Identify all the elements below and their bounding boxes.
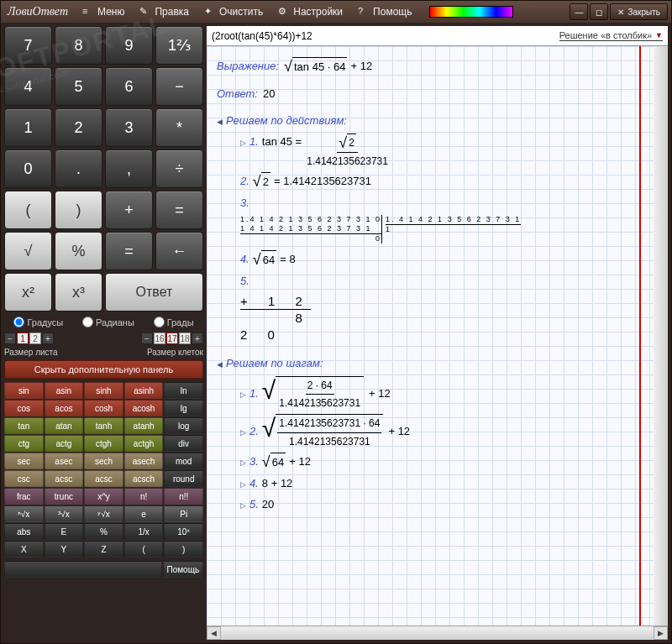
func-x^y[interactable]: x^y bbox=[84, 488, 123, 505]
angle-rad[interactable]: Радианы bbox=[82, 317, 134, 327]
sheet-minus[interactable]: − bbox=[4, 332, 16, 344]
angle-deg[interactable]: Градусы bbox=[13, 317, 63, 327]
scroll-right[interactable]: ▶ bbox=[654, 626, 668, 640]
solution-style-dropdown[interactable]: Решение «в столбик» bbox=[559, 30, 663, 41]
sheet-val-1[interactable]: 1 bbox=[17, 332, 29, 344]
func-actgh[interactable]: actgh bbox=[124, 435, 164, 452]
key-backspace[interactable]: ← bbox=[155, 232, 203, 270]
func-n![interactable]: n! bbox=[124, 488, 164, 505]
collapse-icon[interactable]: ◀ bbox=[217, 116, 223, 128]
func-X[interactable]: X bbox=[4, 541, 44, 558]
func-round[interactable]: round bbox=[164, 470, 203, 487]
func-10ˣ[interactable]: 10ˣ bbox=[164, 523, 203, 540]
key-6[interactable]: 6 bbox=[105, 67, 153, 106]
angle-grad[interactable]: Грады bbox=[154, 317, 194, 327]
scrollbar-horizontal[interactable]: ◀ ▶ bbox=[207, 626, 668, 640]
close-button[interactable]: ✕ Закрыть bbox=[610, 3, 668, 20]
key-7[interactable]: 7 bbox=[4, 26, 52, 65]
func-1/x[interactable]: 1/x bbox=[124, 523, 164, 540]
func-ⁿ√x[interactable]: ⁿ√x bbox=[4, 505, 44, 522]
formula-input[interactable]: (2root(tan(45)*64))+12 bbox=[212, 30, 312, 42]
key-1[interactable]: 1 bbox=[4, 108, 52, 147]
key-comma[interactable]: , bbox=[105, 149, 153, 188]
collapse-icon-2[interactable]: ◀ bbox=[217, 359, 223, 371]
edit-button[interactable]: ✎Правка bbox=[133, 4, 196, 19]
func-lg[interactable]: lg bbox=[164, 400, 203, 416]
func-ʸ√x[interactable]: ʸ√x bbox=[84, 505, 123, 522]
help-button[interactable]: ?Помощь bbox=[351, 4, 418, 19]
func-acsc[interactable]: acsc bbox=[84, 470, 123, 487]
func-)[interactable]: ) bbox=[164, 541, 203, 558]
key-answer[interactable]: Ответ bbox=[105, 273, 203, 312]
func-atan[interactable]: atan bbox=[45, 417, 84, 434]
func-e[interactable]: e bbox=[124, 505, 164, 522]
func-n!![interactable]: n!! bbox=[164, 488, 203, 505]
cell-minus[interactable]: − bbox=[141, 332, 153, 344]
key-9[interactable]: 9 bbox=[105, 26, 153, 65]
func-sec[interactable]: sec bbox=[4, 453, 44, 469]
func-acsch[interactable]: acsch bbox=[124, 470, 164, 487]
key-8[interactable]: 8 bbox=[55, 26, 102, 65]
key-percent[interactable]: % bbox=[55, 232, 102, 270]
func-cos[interactable]: cos bbox=[4, 400, 44, 416]
func-ctgh[interactable]: ctgh bbox=[84, 435, 123, 452]
key-fraction[interactable]: 1⅔ bbox=[155, 26, 203, 65]
key-minus[interactable]: − bbox=[155, 67, 203, 106]
func-tanh[interactable]: tanh bbox=[84, 417, 123, 434]
key-lparen[interactable]: ( bbox=[4, 191, 52, 229]
key-3[interactable]: 3 bbox=[105, 108, 153, 147]
minimize-button[interactable]: — bbox=[570, 3, 588, 20]
func-sinh[interactable]: sinh bbox=[84, 382, 123, 399]
func-asinh[interactable]: asinh bbox=[124, 382, 164, 399]
func-asech[interactable]: asech bbox=[124, 453, 164, 469]
key-sqrt[interactable]: √ bbox=[4, 232, 52, 270]
func-asin[interactable]: asin bbox=[45, 382, 84, 399]
func-acosh[interactable]: acosh bbox=[124, 400, 164, 416]
key-rparen[interactable]: ) bbox=[55, 191, 102, 229]
func-Y[interactable]: Y bbox=[45, 541, 84, 558]
key-equals[interactable]: = bbox=[155, 191, 203, 229]
cell-val-18[interactable]: 18 bbox=[179, 332, 191, 344]
func-actg[interactable]: actg bbox=[45, 435, 84, 452]
func-frac[interactable]: frac bbox=[4, 488, 44, 505]
func-tan[interactable]: tan bbox=[4, 417, 44, 434]
func-log[interactable]: log bbox=[164, 417, 203, 434]
spectrum-bar[interactable] bbox=[429, 6, 513, 18]
func-Z[interactable]: Z bbox=[84, 541, 123, 558]
func-%[interactable]: % bbox=[84, 523, 123, 540]
key-5[interactable]: 5 bbox=[55, 67, 102, 106]
key-cube[interactable]: x³ bbox=[55, 273, 102, 312]
scrollbar-vertical[interactable] bbox=[654, 46, 668, 626]
func-sech[interactable]: sech bbox=[84, 453, 123, 469]
sheet-val-2[interactable]: 2 bbox=[29, 332, 41, 344]
cell-val-17[interactable]: 17 bbox=[166, 332, 178, 344]
func-³√x[interactable]: ³√x bbox=[45, 505, 84, 522]
maximize-button[interactable]: ◻ bbox=[590, 3, 608, 20]
func-Pi[interactable]: Pi bbox=[164, 505, 203, 522]
help-bottom-button[interactable]: Помощь bbox=[163, 561, 203, 578]
key-plus[interactable]: + bbox=[105, 191, 153, 229]
key-multiply[interactable]: * bbox=[155, 108, 203, 147]
func-sin[interactable]: sin bbox=[4, 382, 44, 399]
func-trunc[interactable]: trunc bbox=[45, 488, 84, 505]
func-asec[interactable]: asec bbox=[45, 453, 84, 469]
cell-plus[interactable]: + bbox=[192, 332, 203, 344]
key-0[interactable]: 0 bbox=[4, 149, 52, 188]
hide-panel-button[interactable]: Скрыть дополнительную панель bbox=[4, 360, 203, 379]
settings-button[interactable]: ⚙Настройки bbox=[271, 4, 349, 19]
func-E[interactable]: E bbox=[45, 523, 84, 540]
sheet-plus[interactable]: + bbox=[42, 332, 54, 344]
cell-val-16[interactable]: 16 bbox=[154, 332, 165, 344]
menu-button[interactable]: ≡Меню bbox=[76, 4, 131, 19]
func-div[interactable]: div bbox=[164, 435, 203, 452]
func-mod[interactable]: mod bbox=[164, 453, 203, 469]
func-acos[interactable]: acos bbox=[45, 400, 84, 416]
func-atanh[interactable]: atanh bbox=[124, 417, 164, 434]
func-ctg[interactable]: ctg bbox=[4, 435, 44, 452]
func-cosh[interactable]: cosh bbox=[84, 400, 123, 416]
key-4[interactable]: 4 bbox=[4, 67, 52, 106]
func-abs[interactable]: abs bbox=[4, 523, 44, 540]
func-acsc[interactable]: acsc bbox=[45, 470, 84, 487]
func-csc[interactable]: csc bbox=[4, 470, 44, 487]
key-equals2[interactable]: = bbox=[105, 232, 153, 270]
